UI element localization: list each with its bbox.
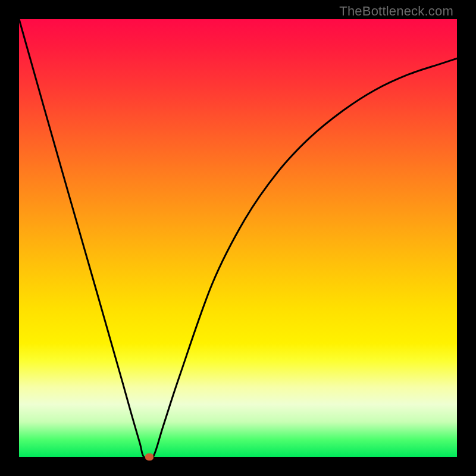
plot-area [19,19,457,457]
optimal-point-marker [145,453,154,461]
watermark-text: TheBottleneck.com [339,4,453,19]
bottleneck-curve [19,19,457,457]
chart-frame: TheBottleneck.com [0,0,476,476]
